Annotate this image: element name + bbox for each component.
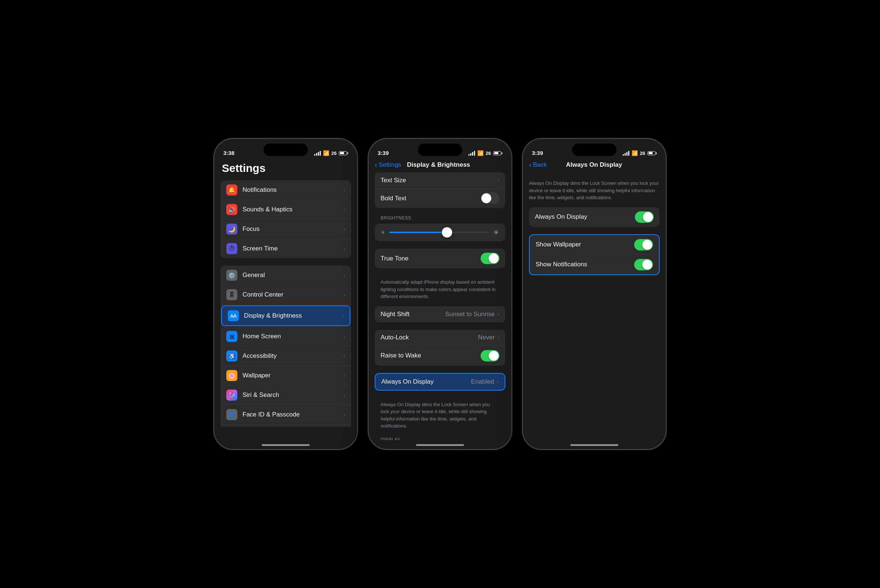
brightness-thumb [442,227,452,237]
page-title-1: Settings [220,159,351,180]
aod-main-toggle-section: Always On Display [529,207,660,227]
row-screentime[interactable]: ⏱ Screen Time › [220,239,351,258]
brightness-row: ☀ ☀ [375,224,505,241]
wifi-icon-2: 📶 [477,150,484,156]
row-focus[interactable]: 🌙 Focus › [220,219,351,239]
aod-main-label: Always On Display [535,213,635,220]
time-2: 3:39 [378,150,389,156]
nav-back-3[interactable]: ‹ Back [529,161,547,169]
signal-2 [468,151,475,156]
auto-lock-value: Never [478,334,495,341]
row-faceid[interactable]: 👤 Face ID & Passcode › [220,405,351,424]
row-siri[interactable]: 🔮 Siri & Search › [220,386,351,405]
text-size-label: Text Size [381,177,498,184]
row-text-size[interactable]: Text Size › [375,172,505,189]
show-wallpaper-toggle[interactable] [634,239,653,250]
row-raise-to-wake[interactable]: Raise to Wake [375,346,505,366]
always-on-display-value: Enabled [471,378,494,386]
controlcenter-icon: 🎛 [226,289,237,300]
row-homescreen[interactable]: ⊞ Home Screen › [220,327,351,346]
nav-back-2[interactable]: ‹ Settings [375,161,401,169]
accessibility-icon: ♿ [226,351,237,362]
phone-display: 3:39 📶 26 ‹ S [368,138,512,450]
row-notifications[interactable]: 🔔 Notifications › [220,180,351,200]
battery-num-2: 26 [486,150,491,156]
settings-section-mid: ⚙️ General › 🎛 Control Center › AA Displ… [220,266,351,427]
faceid-icon: 👤 [226,409,237,420]
raise-to-wake-toggle[interactable] [481,350,499,362]
signal-1 [314,151,321,156]
true-tone-label: True Tone [381,255,481,262]
sounds-label: Sounds & Haptics [242,206,343,213]
bold-text-label: Bold Text [381,195,481,202]
nav-bar-3: ‹ Back Always On Display [523,159,666,172]
show-notifications-label: Show Notifications [536,261,634,268]
nav-title-2: Display & Brightness [401,161,476,169]
row-accessibility[interactable]: ♿ Accessibility › [220,346,351,366]
sun-large-icon: ☀ [493,228,499,237]
bold-text-toggle[interactable] [481,192,499,204]
night-shift-value: Sunset to Sunrise [445,310,495,318]
aod-show-wallpaper-row[interactable]: Show Wallpaper [530,235,659,255]
accessibility-label: Accessibility [242,352,343,360]
aod-show-notifications-row[interactable]: Show Notifications [530,255,659,274]
row-controlcenter[interactable]: 🎛 Control Center › [220,285,351,305]
focus-label: Focus [242,225,343,233]
settings-section-top: 🔔 Notifications › 🔊 Sounds & Haptics › 🌙… [220,180,351,258]
lock-section: Auto-Lock Never › Raise to Wake [375,330,505,366]
sounds-icon: 🔊 [226,204,237,215]
battery-num-3: 26 [640,150,645,156]
screentime-icon: ⏱ [226,243,237,254]
brightness-slider-track[interactable] [389,227,489,237]
true-tone-desc: Automatically adapt iPhone display based… [375,276,505,306]
screen-3: ‹ Back Always On Display Always On Displ… [523,159,666,449]
row-true-tone[interactable]: True Tone [375,249,505,268]
display-section-header: DISPLAY [375,437,505,441]
nav-title-3: Always On Display [547,161,641,169]
home-indicator-3 [570,444,618,446]
general-icon: ⚙️ [226,270,237,281]
screentime-label: Screen Time [242,245,343,252]
row-always-on-display[interactable]: Always On Display Enabled › [375,374,505,390]
time-1: 3:38 [223,150,235,156]
row-emergencysos[interactable]: SOS Emergency SOS › [220,424,351,427]
general-label: General [242,272,343,279]
row-display-brightness[interactable]: AA Display & Brightness › [221,305,350,326]
siri-label: Siri & Search [242,392,343,399]
row-bold-text[interactable]: Bold Text [375,189,505,208]
aod-options-section: Show Wallpaper Show Notifications [529,234,660,275]
row-night-shift[interactable]: Night Shift Sunset to Sunrise › [375,306,505,322]
row-auto-lock[interactable]: Auto-Lock Never › [375,330,505,346]
night-shift-section: Night Shift Sunset to Sunrise › [375,306,505,322]
display-label: Display & Brightness [244,312,342,320]
raise-to-wake-label: Raise to Wake [381,352,481,359]
nav-bar-2: ‹ Settings Display & Brightness [369,159,511,172]
controlcenter-label: Control Center [242,291,343,298]
row-general[interactable]: ⚙️ General › [220,266,351,285]
brightness-header: BRIGHTNESS [375,215,505,224]
aod-scroll: Always On Display dims the Lock Screen w… [523,172,666,440]
row-wallpaper[interactable]: 🌸 Wallpaper › [220,366,351,386]
wifi-icon-1: 📶 [323,150,329,156]
aod-main-description: Always On Display dims the Lock Screen w… [523,172,666,207]
true-tone-toggle[interactable] [481,253,499,264]
aod-main-toggle[interactable] [635,212,654,223]
status-icons-1: 📶 26 [314,150,348,156]
battery-num-1: 26 [331,150,337,156]
aod-main-toggle-row[interactable]: Always On Display [529,207,660,227]
phone-settings: 3:38 📶 26 Se [214,138,358,450]
wallpaper-icon: 🌸 [226,370,237,381]
status-icons-2: 📶 26 [468,150,502,156]
time-3: 3:39 [532,150,543,156]
true-tone-section: True Tone [375,249,505,268]
night-shift-label: Night Shift [381,310,445,318]
sun-small-icon: ☀ [381,230,385,236]
nav-back-label-2: Settings [379,161,401,169]
siri-icon: 🔮 [226,390,237,400]
row-sounds[interactable]: 🔊 Sounds & Haptics › [220,200,351,219]
show-notifications-toggle[interactable] [634,259,653,270]
notifications-label: Notifications [242,186,343,194]
focus-icon: 🌙 [226,224,237,235]
wifi-icon-3: 📶 [632,150,638,156]
dynamic-island-2 [418,144,462,156]
